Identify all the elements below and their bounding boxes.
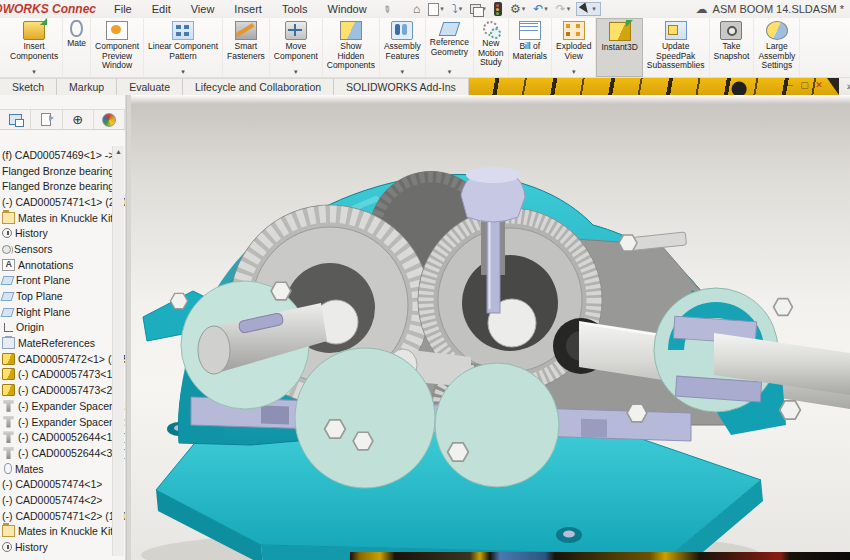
tree-item[interactable]: MateReferences [0,335,125,351]
dropdown-caret[interactable]: ▾ [294,68,298,76]
tree-item[interactable]: (f) CAD00057469<1> ->x [0,147,125,163]
tab-display-manager[interactable] [94,110,125,129]
tree-item[interactable]: (-) CAD00057474<1> [0,476,125,492]
menu-item[interactable]: View [181,2,225,16]
tree-item-label: (-) CAD00057471<1> (220 mr [2,196,125,208]
annotations-icon [2,259,15,271]
tree-item[interactable]: Mates in Knuckle Kit [0,524,125,540]
undo-icon[interactable]: ↶ [533,2,543,16]
new-motion-study-icon [483,21,498,36]
toolbar-button[interactable]: Take Snapshot ▾ [710,18,755,77]
tree-item[interactable]: History [0,225,125,241]
dropdown-caret[interactable]: ▾ [448,68,452,76]
tree-item[interactable]: CAD00057472<1> (225 M [0,351,125,367]
save-icon[interactable] [470,4,481,14]
tree-item[interactable]: Flanged Bronze bearing-1 [0,163,125,179]
tree-item[interactable]: Top Plane [0,288,125,304]
tree-item-label: History [15,541,48,553]
toolbar-button[interactable]: New Motion Study ▾ [474,18,509,77]
toolbar-button[interactable]: Reference Geometry ▾ [426,18,474,77]
dropdown-caret[interactable]: ▾ [32,68,36,76]
tab-bar: SketchMarkupEvaluateLifecycle and Collab… [0,78,850,95]
select-tool-button[interactable]: ▾ [576,2,601,16]
toolbar-button[interactable]: Smart Fasteners ▾ [223,18,270,77]
tree-item-label: Mates in Knuckle Kit [18,525,113,537]
dropdown-caret[interactable]: ▾ [459,5,463,13]
tree-item[interactable]: (-) Expander Spacer<1> [0,398,125,414]
toolbar-button[interactable]: Update SpeedPak Subassemblies ▾ [643,18,710,77]
pin-icon[interactable]: ✎ [380,2,393,16]
new-document-icon[interactable] [428,3,439,16]
menu-item[interactable]: Tools [272,2,318,16]
exploded-view-icon [563,21,585,40]
toolbar-button[interactable]: Move Component ▾ [270,18,323,77]
toolbar-button[interactable]: Show Hidden Components ▾ [323,18,380,77]
toolbar-button-label: Smart Fasteners [227,42,265,61]
ribbon-tab[interactable]: Lifecycle and Collaboration [183,78,334,95]
tab-property-manager[interactable] [31,110,62,129]
toolbar-button[interactable]: Mate ▾ [63,18,91,77]
toolbar-button[interactable]: Linear Component Pattern ▾ [144,18,223,77]
dropdown-caret[interactable]: ▾ [181,68,185,76]
tree-item[interactable]: Annotations [0,257,125,273]
tree-item[interactable]: Mates in Knuckle Kit [0,210,125,226]
tree-item[interactable]: History [0,539,125,555]
toolbar-button-label: Reference Geometry [430,38,469,57]
tree-item[interactable]: (-) CAD00057473<1> [0,367,125,383]
ribbon-tab[interactable]: Evaluate [117,78,183,95]
performance-traffic-light-icon[interactable] [494,2,502,16]
options-gear-icon[interactable]: ⚙ [510,2,521,16]
menu-item[interactable]: Edit [142,2,181,16]
dropdown-caret[interactable]: ▾ [401,68,405,76]
menu-item[interactable]: Insert [224,2,272,16]
toolbar-button[interactable]: Component Preview Window ▾ [91,18,144,77]
menu-item[interactable]: File [104,2,142,16]
toolbar-button[interactable]: Large Assembly Settings ▾ [754,18,800,77]
tree-item[interactable]: (-) CAD00057471<2> (150 mr [0,508,125,524]
configurations-icon: ⊕ [72,113,83,126]
minimize-icon: – [788,80,793,90]
tree-item[interactable]: (-) CAD00057473<2> [0,382,125,398]
tree-item[interactable]: (-) CAD00057471<1> (220 mr [0,194,125,210]
open-icon[interactable]: ⤵ [452,2,458,16]
tree-item[interactable]: (-) CAD00057474<2> [0,492,125,508]
assembly-features-icon [391,21,413,40]
tree-item[interactable]: (-) Expander Spacer<2> [0,414,125,430]
home-icon[interactable]: ⌂ [413,2,420,16]
tree-scrollbar[interactable]: ▲ [112,146,124,556]
tab-design-tree[interactable] [0,110,31,129]
dropdown-caret[interactable]: ▾ [544,5,548,13]
ribbon-tab[interactable]: SOLIDWORKS Add-Ins [334,78,469,95]
tree-item-label: Annotations [18,259,73,271]
brand-logo: SOLIDWORKS Connected [0,0,96,18]
ribbon-tab[interactable]: Sketch [0,78,57,95]
tree-item[interactable]: Front Plane [0,273,125,289]
toolbar-button-label: Assembly Features [384,42,421,61]
tree-item[interactable]: Mates [0,461,125,477]
tab-configurations[interactable]: ⊕ [63,110,94,129]
dropdown-caret[interactable]: ▾ [522,5,526,13]
tree-item-label: (-) CAD00057473<1> [18,368,118,380]
tree-item[interactable]: Right Plane [0,304,125,320]
update-speedpak-subassemblies-icon [665,21,687,40]
menu-item[interactable]: Window [318,2,377,16]
graphics-viewport[interactable] [131,95,850,560]
ribbon-tab[interactable]: Markup [57,78,117,95]
scroll-up-icon[interactable]: ▲ [113,146,124,155]
matereferences-icon [2,337,15,349]
toolbar-button[interactable]: Insert Components ▾ [6,18,63,77]
tree-item[interactable]: Flanged Bronze bearing-2 [0,178,125,194]
toolbar-button[interactable]: Exploded View ▾ [552,18,596,77]
document-title: ☁ ASM BOOM 14.SLDASM * [696,2,844,16]
tree-item[interactable]: (-) CAD00052644<3> (ISC [0,445,125,461]
tree-item[interactable]: (-) CAD00052644<1> (ISC [0,429,125,445]
tree-item[interactable]: Sensors [0,241,125,257]
toolbar-button[interactable]: Bill of Materials ▾ [509,18,552,77]
dropdown-caret[interactable]: ▾ [592,5,596,13]
toolbar-button[interactable]: Instant3D ▾ [596,18,642,77]
tree-item[interactable]: Origin [0,320,125,336]
dropdown-caret[interactable]: ▾ [440,5,444,13]
dropdown-caret[interactable]: ▾ [572,68,576,76]
toolbar-button[interactable]: Assembly Features ▾ [380,18,426,77]
tree-item-label: (-) Expander Spacer<2> [18,416,125,428]
